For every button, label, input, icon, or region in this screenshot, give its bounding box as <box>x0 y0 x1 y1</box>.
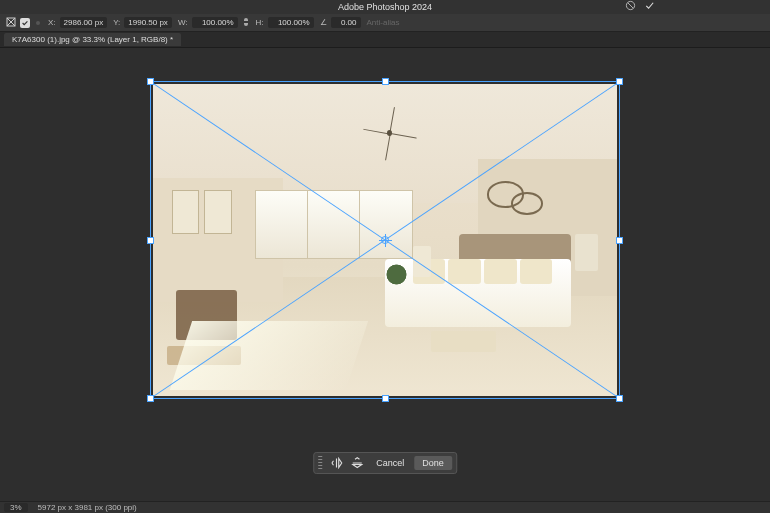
cancel-button[interactable]: Cancel <box>368 456 412 470</box>
transform-handle-se[interactable] <box>616 395 623 402</box>
reference-point-checkbox[interactable] <box>20 18 30 28</box>
canvas-area[interactable]: Cancel Done <box>0 48 770 501</box>
transform-confirm-bar[interactable]: Cancel Done <box>313 452 457 474</box>
h-value[interactable]: 100.00% <box>268 17 314 28</box>
document-tab-title: K7A6300 (1).jpg @ 33.3% (Layer 1, RGB/8)… <box>12 35 173 44</box>
done-button[interactable]: Done <box>414 456 452 470</box>
x-value[interactable]: 2986.00 px <box>60 17 108 28</box>
w-value[interactable]: 100.00% <box>192 17 238 28</box>
done-button-label: Done <box>422 458 444 468</box>
app-title: Adobe Photoshop 2024 <box>338 2 432 12</box>
cancel-transform-icon[interactable] <box>625 0 636 15</box>
flip-horizontal-icon[interactable] <box>328 455 346 471</box>
transform-bounding-box[interactable] <box>153 84 617 396</box>
transform-handle-e[interactable] <box>616 237 623 244</box>
reference-point-icon[interactable] <box>36 21 40 25</box>
transform-handle-ne[interactable] <box>616 78 623 85</box>
flip-vertical-icon[interactable] <box>348 455 366 471</box>
angle-label: ∠ <box>320 18 327 27</box>
link-wh-icon[interactable] <box>242 17 250 29</box>
title-bar: Adobe Photoshop 2024 <box>0 0 770 14</box>
w-label: W: <box>178 18 188 27</box>
status-bar: 3% 5972 px x 3981 px (300 ppi) <box>0 501 770 513</box>
zoom-level[interactable]: 3% <box>4 503 28 512</box>
cancel-button-label: Cancel <box>376 458 404 468</box>
y-value[interactable]: 1990.50 px <box>124 17 172 28</box>
document-dimensions: 5972 px x 3981 px (300 ppi) <box>38 503 137 512</box>
antialias-label: Anti-alias <box>367 18 400 27</box>
angle-value[interactable]: 0.00 <box>331 17 361 28</box>
document-tab[interactable]: K7A6300 (1).jpg @ 33.3% (Layer 1, RGB/8)… <box>4 33 181 46</box>
document-image <box>153 84 617 396</box>
options-bar: X: 2986.00 px Y: 1990.50 px W: 100.00% H… <box>0 14 770 32</box>
commit-transform-icon[interactable] <box>644 0 655 15</box>
transform-handle-sw[interactable] <box>147 395 154 402</box>
document-tab-strip: K7A6300 (1).jpg @ 33.3% (Layer 1, RGB/8)… <box>0 32 770 48</box>
transform-tool-icon[interactable] <box>6 17 16 29</box>
drag-grip-icon[interactable] <box>318 456 322 470</box>
x-label: X: <box>48 18 56 27</box>
h-label: H: <box>256 18 264 27</box>
y-label: Y: <box>113 18 120 27</box>
transform-handle-s[interactable] <box>382 395 389 402</box>
svg-line-1 <box>628 2 634 8</box>
